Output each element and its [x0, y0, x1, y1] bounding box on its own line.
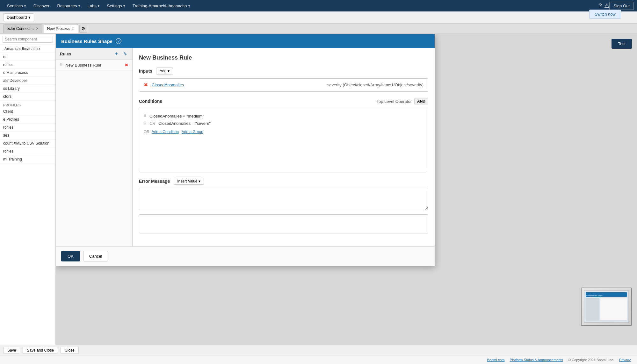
condition-row-2: ⠿ OR ClosedAnomalies = "severe"	[144, 120, 423, 127]
insert-value-button[interactable]: Insert Value ▾	[174, 178, 204, 185]
sub-navigation: Dashboard ▾	[0, 11, 637, 24]
modal-body: Rules + ✎ ⠿ New Business Rule	[56, 48, 435, 246]
rules-panel-actions: + ✎	[113, 51, 128, 57]
nav-labs[interactable]: Labs ▾	[84, 0, 103, 11]
sidebar-item-10[interactable]: rofiles	[0, 124, 55, 132]
training-arrow-icon: ▾	[188, 4, 190, 8]
conditions-label: Conditions	[139, 99, 162, 104]
sidebar-item-7[interactable]: ctors	[0, 93, 55, 101]
conditions-header: Conditions Top Level Operator AND	[139, 98, 428, 104]
services-arrow-icon: ▾	[24, 4, 26, 8]
rule-list-item[interactable]: ⠿ New Business Rule ✖	[56, 60, 132, 70]
extra-input-box[interactable]	[139, 214, 428, 233]
main-layout: -Amarachi-Iheanacho rs rofiles o Mail pr…	[0, 34, 637, 345]
sidebar-item-3[interactable]: rofiles	[0, 61, 55, 69]
inputs-section-header: Inputs Add ▾	[139, 68, 428, 75]
tab1-close-icon[interactable]: ✕	[36, 26, 39, 31]
tab-gear-button[interactable]: ⚙	[79, 25, 87, 32]
error-message-section: Error Message Insert Value ▾	[139, 178, 428, 233]
modal-title: Business Rules Shape	[61, 39, 112, 44]
modal-help-button[interactable]: ?	[116, 38, 121, 44]
sidebar-item-5[interactable]: ate Developer	[0, 77, 55, 85]
and-operator-button[interactable]: AND	[414, 98, 428, 104]
gear-icon: ⚙	[81, 26, 85, 31]
top-level-operator-area: Top Level Operator AND	[376, 98, 428, 104]
top-navigation: Services ▾ Discover Resources ▾ Labs ▾ S…	[0, 0, 637, 11]
ok-button[interactable]: OK	[61, 251, 80, 261]
input-row-1: ✖ ClosedAnomalies severity (Object/close…	[139, 79, 428, 91]
add-condition-link[interactable]: Add a Condition	[152, 130, 179, 134]
canvas-preview-thumbnail: Business Rules Shape	[581, 288, 632, 326]
page-footer: Boomi.com Platform Status & Announcement…	[0, 355, 637, 364]
nav-resources[interactable]: Resources ▾	[53, 0, 83, 11]
sidebar-item-2[interactable]: rs	[0, 53, 55, 61]
copyright-text: © Copyright 2024 Boomi, Inc.	[568, 358, 614, 362]
sidebar-item-13[interactable]: rofiles	[0, 147, 55, 155]
add-condition-row: OR Add a Condition Add a Group	[144, 130, 423, 134]
add-input-button[interactable]: Add ▾	[156, 68, 173, 75]
sidebar-item-11[interactable]: ses	[0, 132, 55, 139]
nav-settings[interactable]: Settings ▾	[103, 0, 129, 11]
tab2-close-icon[interactable]: ✕	[71, 26, 75, 31]
settings-arrow-icon: ▾	[123, 4, 125, 8]
svg-text:Business Rules Shape: Business Rules Shape	[586, 295, 603, 296]
rule-name-label: New Business Rule	[65, 63, 122, 68]
tab-connector-connect[interactable]: ector Connect... ✕	[3, 24, 42, 33]
sidebar-item-9[interactable]: e Profiles	[0, 116, 55, 124]
input-error-icon: ✖	[144, 82, 148, 88]
add-group-link[interactable]: Add a Group	[182, 130, 203, 134]
tab-new-process[interactable]: New Process ✕	[44, 24, 78, 33]
add-rule-button[interactable]: +	[113, 51, 119, 57]
sidebar: -Amarachi-Iheanacho rs rofiles o Mail pr…	[0, 34, 56, 345]
sidebar-item-8[interactable]: Client	[0, 108, 55, 116]
rules-panel-title: Rules	[60, 52, 71, 56]
rule-detail-panel: New Business Rule Inputs Add ▾ ✖ ClosedA…	[133, 48, 435, 246]
thumbnail-content: Business Rules Shape	[582, 288, 631, 325]
privacy-link[interactable]: Privacy	[619, 358, 631, 362]
nav-training[interactable]: Training-Amarachi-Iheanacho ▾	[129, 0, 194, 11]
switch-now-banner[interactable]: Switch now	[589, 10, 621, 19]
input-link[interactable]: ClosedAnomalies	[152, 82, 184, 87]
rules-panel: Rules + ✎ ⠿ New Business Rule	[56, 48, 133, 246]
modal-header: Business Rules Shape ?	[56, 34, 435, 48]
tabs-row: Switch now ector Connect... ✕ New Proces…	[0, 24, 637, 34]
sign-out-button[interactable]: Sign Out	[609, 2, 634, 10]
save-button[interactable]: Save	[3, 347, 20, 354]
rules-panel-header: Rules + ✎	[56, 48, 132, 60]
bottom-toolbar: Save Save and Close Close	[0, 345, 637, 355]
edit-rule-button[interactable]: ✎	[122, 51, 128, 57]
delete-rule-button[interactable]: ✖	[125, 62, 128, 68]
input-path: severity (Object/closed/Array/items1/Obj…	[327, 82, 423, 87]
condition1-text: ClosedAnomalies = "medium"	[149, 114, 204, 118]
sidebar-item-14[interactable]: mi Training	[0, 155, 55, 163]
sidebar-section-profiles: Profiles	[0, 101, 55, 108]
save-and-close-button[interactable]: Save and Close	[23, 347, 58, 354]
condition2-drag-icon: ⠿	[144, 121, 146, 125]
sidebar-item-6[interactable]: ss Library	[0, 85, 55, 93]
nav-services[interactable]: Services ▾	[3, 0, 30, 11]
platform-status-link[interactable]: Platform Status & Announcements	[510, 358, 563, 362]
nav-discover[interactable]: Discover	[30, 0, 54, 11]
conditions-section: Conditions Top Level Operator AND ⠿ Clos…	[139, 98, 428, 171]
labs-arrow-icon: ▾	[98, 4, 99, 8]
condition2-text: ClosedAnomalies = "severe"	[158, 121, 211, 126]
modal-footer: OK Cancel	[56, 246, 435, 266]
error-message-input[interactable]	[139, 188, 428, 210]
help-icon[interactable]: ?	[598, 3, 602, 9]
svg-rect-3	[600, 298, 627, 320]
condition-row-1: ⠿ ClosedAnomalies = "medium"	[144, 112, 423, 120]
boomi-link[interactable]: Boomi.com	[487, 358, 505, 362]
cancel-button[interactable]: Cancel	[83, 251, 108, 261]
business-rules-modal: Business Rules Shape ? Rules +	[56, 34, 435, 266]
test-button[interactable]: Test	[612, 39, 632, 49]
notification-icon[interactable]: ⚠	[604, 2, 609, 9]
rule-detail-title: New Business Rule	[139, 54, 428, 61]
sidebar-item-1[interactable]: -Amarachi-Iheanacho	[0, 45, 55, 53]
search-input[interactable]	[3, 36, 53, 43]
close-button[interactable]: Close	[61, 347, 79, 354]
sidebar-item-12[interactable]: count XML to CSV Solution	[0, 139, 55, 147]
conditions-box: ⠿ ClosedAnomalies = "medium" ⠿ OR Closed…	[139, 108, 428, 171]
error-message-label: Error Message	[139, 179, 170, 184]
dashboard-button[interactable]: Dashboard ▾	[3, 13, 34, 21]
sidebar-item-4[interactable]: o Mail process	[0, 69, 55, 77]
